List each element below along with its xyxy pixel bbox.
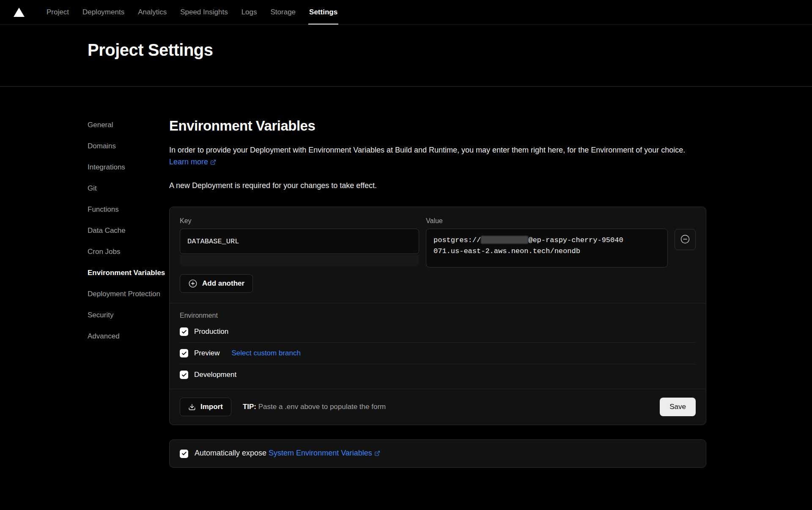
page-title: Project Settings <box>88 40 812 60</box>
value-prefix: postgres:// <box>433 236 481 244</box>
env-row-preview: Preview Select custom branch <box>180 343 696 364</box>
page-header: Project Settings <box>0 25 812 87</box>
auto-expose-checkbox[interactable] <box>180 450 188 458</box>
remove-row-button[interactable] <box>675 229 696 250</box>
key-column: Key DATABASE_URL <box>180 217 419 267</box>
value-label: Value <box>426 217 668 225</box>
import-button[interactable]: Import <box>180 398 231 416</box>
preview-label: Preview <box>194 349 219 357</box>
system-env-variables-link[interactable]: System Environment Variables <box>269 449 372 457</box>
key-input-next-row[interactable] <box>180 255 419 266</box>
nav-tab-deployments[interactable]: Deployments <box>76 0 131 25</box>
sidebar-item-functions[interactable]: Functions <box>88 205 169 214</box>
nav-tab-storage[interactable]: Storage <box>264 0 303 25</box>
sidebar-item-general[interactable]: General <box>88 120 169 130</box>
tip-rest: Paste a .env above to populate the form <box>256 403 386 411</box>
project-nav-tabs: Project Deployments Analytics Speed Insi… <box>40 0 344 25</box>
env-row-development: Development <box>180 364 696 385</box>
card-footer: Import TIP: Paste a .env above to popula… <box>170 389 706 425</box>
plus-circle-icon <box>188 279 198 288</box>
key-input[interactable]: DATABASE_URL <box>180 229 419 254</box>
sidebar-item-security[interactable]: Security <box>88 311 169 320</box>
environment-variables-panel: Environment Variables In order to provid… <box>169 87 706 468</box>
key-value-section: Key DATABASE_URL Value postgres://@ep-ra… <box>170 207 706 303</box>
nav-tab-analytics[interactable]: Analytics <box>131 0 173 25</box>
sidebar-item-git[interactable]: Git <box>88 184 169 193</box>
env-variables-card: Key DATABASE_URL Value postgres://@ep-ra… <box>169 207 706 425</box>
nav-tab-project[interactable]: Project <box>40 0 76 25</box>
select-custom-branch-link[interactable]: Select custom branch <box>231 349 300 357</box>
section-description: In order to provide your Deployment with… <box>169 144 706 169</box>
download-icon <box>188 403 196 411</box>
env-row-production: Production <box>180 321 696 343</box>
redacted-credentials <box>481 236 528 244</box>
minus-circle-icon <box>680 234 690 245</box>
key-label: Key <box>180 217 419 225</box>
value-column: Value postgres://@ep-raspy-cherry-95040 … <box>426 217 668 267</box>
auto-expose-label: Automatically expose <box>195 449 269 457</box>
production-checkbox[interactable] <box>180 327 188 336</box>
value-input[interactable]: postgres://@ep-raspy-cherry-95040 071.us… <box>426 229 668 267</box>
vercel-logo-icon[interactable] <box>14 8 25 17</box>
external-link-icon <box>210 157 216 169</box>
deployment-note: A new Deployment is required for your ch… <box>169 180 706 191</box>
learn-more-link[interactable]: Learn more <box>169 158 208 166</box>
development-label: Development <box>194 371 236 379</box>
save-button[interactable]: Save <box>660 398 696 416</box>
preview-checkbox[interactable] <box>180 349 188 357</box>
production-label: Production <box>194 327 228 336</box>
sidebar-item-advanced[interactable]: Advanced <box>88 332 169 341</box>
environment-label: Environment <box>180 312 696 319</box>
description-text: In order to provide your Deployment with… <box>169 146 685 154</box>
auto-expose-card: Automatically expose System Environment … <box>169 439 706 468</box>
sidebar-item-data-cache[interactable]: Data Cache <box>88 226 169 235</box>
environment-section: Environment Production Preview Select cu… <box>170 303 706 389</box>
key-value-row: Key DATABASE_URL Value postgres://@ep-ra… <box>180 217 696 267</box>
external-link-icon <box>374 450 380 458</box>
nav-tab-settings[interactable]: Settings <box>302 0 344 25</box>
nav-tab-speed-insights[interactable]: Speed Insights <box>173 0 234 25</box>
sidebar-item-domains[interactable]: Domains <box>88 142 169 151</box>
section-title: Environment Variables <box>169 118 706 134</box>
top-navigation: Project Deployments Analytics Speed Insi… <box>0 0 812 25</box>
auto-expose-text: Automatically expose System Environment … <box>195 449 380 458</box>
add-another-button[interactable]: Add another <box>180 274 253 293</box>
sidebar-item-cron-jobs[interactable]: Cron Jobs <box>88 247 169 256</box>
value-line2: 071.us-east-2.aws.neon.tech/neondb <box>433 247 580 255</box>
import-label: Import <box>200 403 223 411</box>
nav-tab-logs[interactable]: Logs <box>235 0 264 25</box>
sidebar-item-deployment-protection[interactable]: Deployment Protection <box>88 289 169 299</box>
tip-text: TIP: Paste a .env above to populate the … <box>243 403 386 411</box>
settings-sidebar: General Domains Integrations Git Functio… <box>0 87 169 468</box>
sidebar-item-environment-variables[interactable]: Environment Variables <box>88 268 169 278</box>
content-area: General Domains Integrations Git Functio… <box>0 87 812 468</box>
remove-column <box>675 217 696 267</box>
value-suffix: @ep-raspy-cherry-95040 <box>528 236 623 244</box>
development-checkbox[interactable] <box>180 371 188 379</box>
add-another-label: Add another <box>202 279 244 288</box>
sidebar-item-integrations[interactable]: Integrations <box>88 163 169 172</box>
tip-bold: TIP: <box>243 403 256 411</box>
